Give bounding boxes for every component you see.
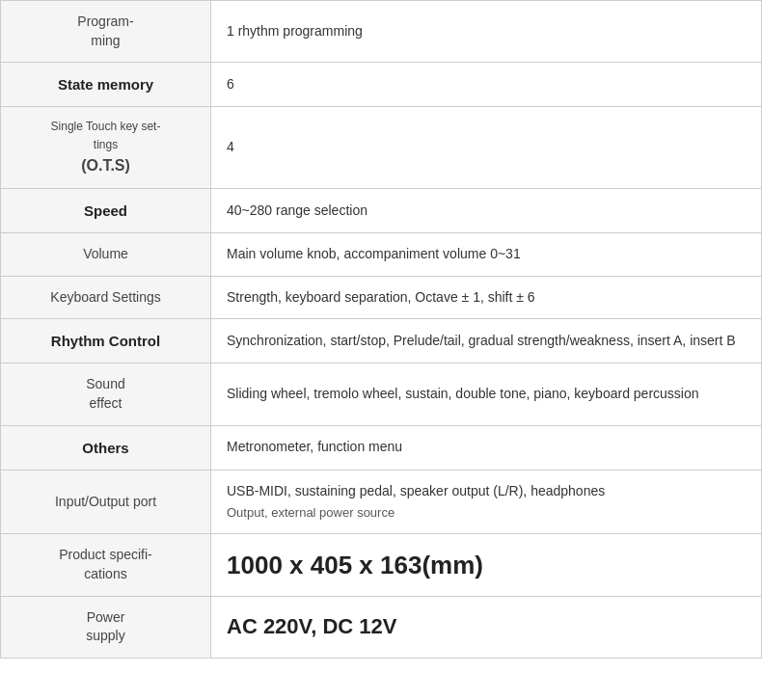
label-cell-speed: Speed <box>1 189 211 233</box>
value-text: 40~280 range selection <box>227 202 746 221</box>
table-row: Keyboard SettingsStrength, keyboard sepa… <box>1 276 762 319</box>
label-text: Sound <box>86 376 124 391</box>
table-row: OthersMetronometer, function menu <box>1 425 762 470</box>
label-cell-volume: Volume <box>1 233 211 277</box>
label-text: Rhythm Control <box>51 333 160 349</box>
value-text: Strength, keyboard separation, Octave ± … <box>227 288 746 308</box>
value-cell-state-memory: 6 <box>211 63 762 107</box>
label-text: cations <box>84 566 126 581</box>
label-text: ming <box>91 33 120 48</box>
table-row: Program-ming1 rhythm programming <box>1 1 762 63</box>
label-cell-keyboard-settings: Keyboard Settings <box>1 276 211 319</box>
table-row: Rhythm ControlSynchronization, start/sto… <box>1 319 762 363</box>
value-cell-programming: 1 rhythm programming <box>211 1 762 63</box>
label-text: effect <box>90 395 122 411</box>
value-text: Metronometer, function menu <box>227 438 746 457</box>
value-cell-keyboard-settings: Strength, keyboard separation, Octave ± … <box>211 276 762 319</box>
value-cell-io-port: USB-MIDI, sustaining pedal, speaker outp… <box>211 470 762 534</box>
table-row: Input/Output portUSB-MIDI, sustaining pe… <box>1 470 762 534</box>
label-cell-product-specs: Product specifi-cations <box>1 534 211 596</box>
label-text: Keyboard Settings <box>50 289 160 305</box>
label-cell-programming: Program-ming <box>1 1 211 63</box>
label-cell-io-port: Input/Output port <box>1 470 211 534</box>
value-text: 1000 x 405 x 163(mm) <box>227 548 746 582</box>
label-cell-others: Others <box>1 425 211 470</box>
value-text: Sliding wheel, tremolo wheel, sustain, d… <box>227 385 746 404</box>
label-text: Program- <box>77 13 133 29</box>
label-text: Others <box>82 440 128 456</box>
label-text: Product specifi- <box>59 547 151 562</box>
table-row: Speed40~280 range selection <box>1 189 762 233</box>
value-cell-ots: 4 <box>211 107 762 189</box>
table-row: Product specifi-cations1000 x 405 x 163(… <box>1 534 762 596</box>
value-cell-speed: 40~280 range selection <box>211 189 762 233</box>
label-cell-state-memory: State memory <box>1 63 211 107</box>
label-text: Volume <box>83 246 128 261</box>
table-row: State memory6 <box>1 63 762 107</box>
specs-table: Program-ming1 rhythm programmingState me… <box>0 0 762 659</box>
value-text: 6 <box>227 75 746 94</box>
table-row: PowersupplyAC 220V, DC 12V <box>1 596 762 658</box>
value-text: USB-MIDI, sustaining pedal, speaker outp… <box>227 482 746 501</box>
value-cell-sound-effect: Sliding wheel, tremolo wheel, sustain, d… <box>211 363 762 425</box>
table-row: Single Touch key set-tings(O.T.S)4 <box>1 107 762 189</box>
value-cell-rhythm-control: Synchronization, start/stop, Prelude/tai… <box>211 319 762 363</box>
label-text: Input/Output port <box>55 494 156 509</box>
label-text: Speed <box>84 202 127 219</box>
value-text: Main volume knob, accompaniment volume 0… <box>227 245 746 264</box>
label-cell-sound-effect: Soundeffect <box>1 363 211 425</box>
value-cell-others: Metronometer, function menu <box>211 425 762 470</box>
table-row: SoundeffectSliding wheel, tremolo wheel,… <box>1 363 762 425</box>
value-cell-volume: Main volume knob, accompaniment volume 0… <box>211 233 762 277</box>
value-text: AC 220V, DC 12V <box>227 612 746 642</box>
label-text: Power <box>87 609 125 625</box>
value-text: 1 rhythm programming <box>227 22 746 41</box>
label-cell-ots: Single Touch key set-tings(O.T.S) <box>1 107 211 189</box>
table-row: VolumeMain volume knob, accompaniment vo… <box>1 233 762 277</box>
label-cell-power-supply: Powersupply <box>1 596 211 658</box>
value-sub-text: Output, external power source <box>227 504 746 522</box>
label-text: State memory <box>58 76 153 93</box>
value-cell-power-supply: AC 220V, DC 12V <box>211 596 762 658</box>
value-text: Synchronization, start/stop, Prelude/tai… <box>227 332 746 351</box>
value-cell-product-specs: 1000 x 405 x 163(mm) <box>211 534 762 596</box>
value-text: 4 <box>227 138 746 157</box>
label-text: supply <box>86 628 124 643</box>
label-cell-rhythm-control: Rhythm Control <box>1 319 211 363</box>
